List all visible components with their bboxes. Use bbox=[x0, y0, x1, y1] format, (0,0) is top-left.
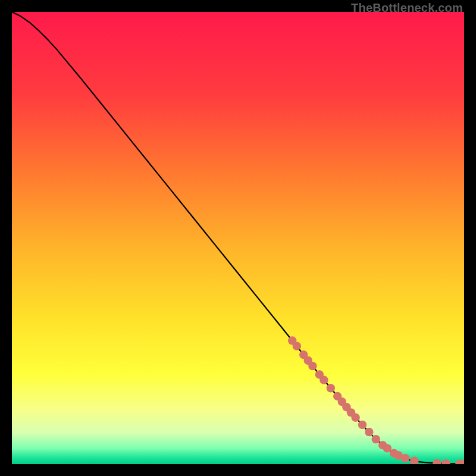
marker-dot bbox=[308, 362, 317, 370]
marker-dot bbox=[358, 421, 367, 429]
marker-dot bbox=[351, 414, 359, 422]
marker-dot bbox=[365, 428, 373, 436]
chart-stage: TheBottleneck.com bbox=[0, 0, 476, 476]
marker-dot bbox=[372, 435, 380, 443]
marker-dot bbox=[327, 384, 335, 392]
gradient-background bbox=[12, 12, 464, 464]
marker-dot bbox=[401, 454, 409, 462]
chart-plot bbox=[12, 12, 464, 464]
marker-dot bbox=[293, 342, 301, 350]
marker-dot bbox=[320, 375, 328, 384]
